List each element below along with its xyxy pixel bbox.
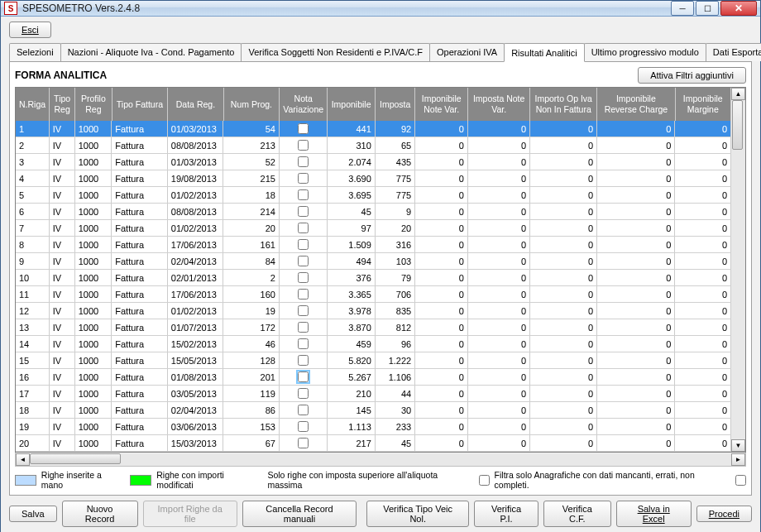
cell: 20 [376, 220, 415, 236]
salva-excel-button[interactable]: Salva in Excel [616, 501, 692, 527]
table-row[interactable]: 19IV1000Fattura03/06/20131531.1132330000… [16, 419, 731, 435]
cell: 210 [328, 386, 376, 401]
table-row[interactable]: 11IV1000Fattura17/06/20131603.3657060000… [16, 286, 731, 303]
nota-variazione-checkbox[interactable] [298, 289, 309, 300]
tab-6[interactable]: Dati Esportaz [706, 43, 761, 61]
table-row[interactable]: 15IV1000Fattura15/05/20131285.8201.22200… [16, 352, 731, 369]
table-row[interactable]: 4IV1000Fattura19/08/20132153.69077500000 [16, 170, 731, 187]
cell: 5 [16, 187, 50, 203]
cell: 0 [468, 170, 530, 186]
maximize-button[interactable]: ☐ [696, 1, 719, 16]
nota-variazione-checkbox[interactable] [298, 206, 309, 217]
col-header-11[interactable]: Importo Op Iva Non In Fattura [530, 88, 597, 121]
cell: 0 [530, 220, 597, 236]
scroll-up-icon[interactable]: ▲ [731, 88, 745, 100]
table-row[interactable]: 13IV1000Fattura01/07/20131723.8708120000… [16, 319, 731, 336]
table-row[interactable]: 8IV1000Fattura17/06/20131611.50931600000 [16, 237, 731, 253]
cell: IV [50, 319, 75, 335]
nota-variazione-checkbox[interactable] [298, 438, 309, 448]
scroll-right-icon[interactable]: ► [731, 453, 745, 466]
nota-variazione-checkbox[interactable] [298, 322, 309, 333]
nota-variazione-checkbox[interactable] [298, 371, 309, 382]
cell: 65 [376, 137, 415, 153]
nota-variazione-checkbox[interactable] [298, 140, 309, 151]
col-header-13[interactable]: Imponibile Margine [676, 88, 731, 121]
table-row[interactable]: 17IV1000Fattura03/05/20131192104400000 [16, 386, 731, 402]
salva-button[interactable]: Salva [9, 506, 57, 522]
verifica-tipo-button[interactable]: Verifica Tipo Veic Nol. [366, 501, 469, 527]
nota-variazione-checkbox[interactable] [298, 272, 309, 283]
procedi-button[interactable]: Procedi [696, 506, 752, 522]
filter-anag-checkbox[interactable] [735, 475, 746, 486]
tab-2[interactable]: Verifica Soggetti Non Residenti e P.IVA/… [241, 43, 430, 61]
table-row[interactable]: 6IV1000Fattura08/08/201321445900000 [16, 204, 731, 220]
nota-variazione-checkbox[interactable] [298, 223, 309, 233]
cell: 1000 [75, 402, 112, 418]
nota-variazione-checkbox[interactable] [298, 239, 309, 250]
verifica-cf-button[interactable]: Verifica C.F. [543, 501, 611, 527]
nuovo-record-button[interactable]: Nuovo Record [62, 501, 138, 527]
scroll-down-icon[interactable]: ▼ [731, 439, 745, 452]
col-header-4[interactable]: Data Reg. [168, 88, 224, 121]
table-row[interactable]: 14IV1000Fattura15/02/2013464599600000 [16, 336, 731, 352]
nota-variazione-checkbox[interactable] [298, 388, 309, 399]
nota-variazione-checkbox[interactable] [298, 156, 309, 167]
table-row[interactable]: 3IV1000Fattura01/03/2013522.07443500000 [16, 154, 731, 170]
data-grid[interactable]: N.RigaTipo RegProfilo RegTipo FatturaDat… [15, 87, 746, 453]
cell: 0 [530, 303, 597, 319]
verifica-pi-button[interactable]: Verifica P.I. [474, 501, 538, 527]
col-header-8[interactable]: Imposta [376, 88, 415, 121]
attiva-filtri-button[interactable]: Attiva Filtri aggiuntivi [638, 67, 746, 84]
col-header-10[interactable]: Imposta Note Var. [468, 88, 530, 121]
table-row[interactable]: 9IV1000Fattura02/04/20138449410300000 [16, 253, 731, 270]
nota-variazione-checkbox[interactable] [298, 305, 309, 316]
nota-variazione-checkbox[interactable] [298, 173, 309, 184]
nota-variazione-checkbox[interactable] [298, 256, 309, 266]
cell: 0 [530, 137, 597, 153]
cell: 20 [223, 220, 280, 236]
nota-variazione-checkbox[interactable] [298, 338, 309, 349]
cell [280, 386, 328, 401]
scroll-left-icon[interactable]: ◄ [16, 453, 30, 466]
table-row[interactable]: 16IV1000Fattura01/08/20132015.2671.10600… [16, 369, 731, 386]
nota-variazione-checkbox[interactable] [298, 189, 309, 200]
col-header-3[interactable]: Tipo Fattura [112, 88, 169, 121]
table-row[interactable]: 10IV1000Fattura02/01/201323767900000 [16, 270, 731, 286]
col-header-12[interactable]: Imponibile Reverse Charge [597, 88, 675, 121]
tab-3[interactable]: Operazioni IVA [429, 43, 505, 61]
nota-variazione-checkbox[interactable] [298, 123, 309, 134]
col-header-9[interactable]: Imponibile Note Var. [415, 88, 468, 121]
tab-0[interactable]: Selezioni [9, 43, 61, 61]
tab-5[interactable]: Ultimo progressivo modulo [584, 43, 706, 61]
cell: 0 [468, 435, 530, 451]
grid-body[interactable]: 1IV1000Fattura01/03/20135444192000002IV1… [16, 121, 731, 452]
only-rows-checkbox[interactable] [479, 475, 490, 486]
table-row[interactable]: 7IV1000Fattura01/02/201320972000000 [16, 220, 731, 237]
nota-variazione-checkbox[interactable] [298, 405, 309, 415]
tab-1[interactable]: Nazioni - Aliquote Iva - Cond. Pagamento [60, 43, 242, 61]
nota-variazione-checkbox[interactable] [298, 355, 309, 366]
vertical-scrollbar[interactable]: ▲ ▼ [731, 88, 745, 452]
col-header-5[interactable]: Num Prog. [224, 88, 280, 121]
col-header-2[interactable]: Profilo Reg [75, 88, 112, 121]
col-header-1[interactable]: Tipo Reg [50, 88, 75, 121]
horizontal-scrollbar[interactable]: ◄ ► [15, 453, 746, 467]
table-row[interactable]: 2IV1000Fattura08/08/20132133106500000 [16, 137, 731, 154]
table-row[interactable]: 20IV1000Fattura15/03/2013672174500000 [16, 435, 731, 452]
nota-variazione-checkbox[interactable] [298, 421, 309, 432]
cell: 3.978 [328, 303, 376, 319]
table-row[interactable]: 1IV1000Fattura01/03/2013544419200000 [16, 121, 731, 137]
col-header-6[interactable]: Nota Variazione [280, 88, 328, 121]
esci-button[interactable]: Esci [9, 22, 51, 38]
col-header-0[interactable]: N.Riga [16, 88, 50, 121]
cell: 84 [223, 253, 280, 269]
minimize-button[interactable]: ─ [671, 1, 694, 16]
table-row[interactable]: 12IV1000Fattura01/02/2013193.97883500000 [16, 303, 731, 319]
cell: 0 [597, 352, 675, 368]
table-row[interactable]: 18IV1000Fattura02/04/2013861453000000 [16, 402, 731, 419]
col-header-7[interactable]: Imponibile [328, 88, 376, 121]
close-button[interactable]: ✕ [720, 1, 757, 16]
tab-4[interactable]: Risultati Analitici [504, 43, 584, 62]
cancella-record-button[interactable]: Cancella Record manuali [242, 501, 357, 527]
table-row[interactable]: 5IV1000Fattura01/02/2013183.69577500000 [16, 187, 731, 204]
